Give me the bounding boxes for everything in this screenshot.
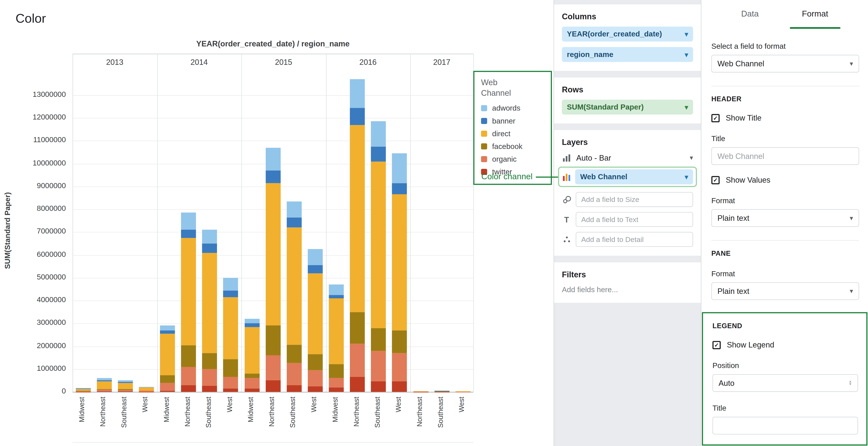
bar-segment-banner[interactable]	[223, 290, 239, 297]
legend-item-facebook[interactable]: facebook	[481, 142, 544, 151]
bar-segment-organic[interactable]	[371, 351, 386, 382]
bar-segment-adwords[interactable]	[97, 378, 112, 380]
show-values-checkbox[interactable]: ✓	[711, 176, 720, 184]
bar-2015-West[interactable]	[308, 249, 323, 392]
bar-segment-twitter[interactable]	[118, 391, 133, 392]
chevron-down-icon[interactable]: ▾	[685, 51, 688, 59]
bar-segment-banner[interactable]	[287, 217, 302, 228]
bar-segment-twitter[interactable]	[97, 391, 112, 392]
header-title-input[interactable]	[711, 147, 859, 165]
bar-2014-Southeast[interactable]	[202, 230, 217, 392]
pane-format-select[interactable]: Plain text ▾	[711, 282, 859, 300]
text-field-dropzone[interactable]: Add a field to Text	[576, 212, 693, 227]
bar-2014-West[interactable]	[223, 278, 239, 392]
bar-segment-twitter[interactable]	[223, 388, 239, 392]
legend-item-organic[interactable]: organic	[481, 155, 544, 163]
bar-segment-facebook[interactable]	[392, 330, 407, 353]
bar-segment-facebook[interactable]	[266, 326, 281, 355]
bar-segment-direct[interactable]	[97, 381, 112, 389]
bar-segment-twitter[interactable]	[287, 385, 302, 392]
chevron-down-icon[interactable]: ▾	[685, 30, 688, 38]
legend-item-adwords[interactable]: adwords	[481, 104, 544, 112]
bar-segment-direct[interactable]	[350, 125, 365, 312]
bar-segment-banner[interactable]	[371, 147, 386, 161]
filters-dropzone[interactable]: Add fields here...	[562, 286, 693, 294]
bar-2013-Midwest[interactable]	[76, 388, 91, 392]
bar-2017-Southeast[interactable]	[434, 391, 449, 392]
bar-segment-direct[interactable]	[266, 183, 281, 326]
bar-2013-West[interactable]	[139, 387, 154, 392]
bar-segment-banner[interactable]	[244, 323, 259, 327]
bar-segment-twitter[interactable]	[139, 391, 154, 392]
bar-segment-adwords[interactable]	[392, 153, 407, 183]
chevron-down-icon[interactable]: ▾	[685, 103, 688, 111]
pill-region-name[interactable]: region_name ▾	[562, 47, 693, 62]
bar-segment-twitter[interactable]	[244, 388, 259, 392]
bar-segment-facebook[interactable]	[287, 345, 302, 363]
bar-segment-banner[interactable]	[202, 244, 217, 253]
bar-segment-facebook[interactable]	[329, 364, 344, 378]
bar-segment-twitter[interactable]	[308, 386, 323, 392]
tab-format[interactable]: Format	[790, 0, 840, 29]
bar-2016-West[interactable]	[392, 153, 407, 392]
bar-segment-adwords[interactable]	[181, 213, 196, 230]
layer-type-selector[interactable]: Auto - Bar ▾	[562, 153, 693, 162]
legend-item-direct[interactable]: direct	[481, 129, 544, 138]
bar-segment-adwords[interactable]	[308, 249, 323, 265]
bar-segment-organic[interactable]	[266, 355, 281, 380]
bar-segment-organic[interactable]	[181, 367, 196, 385]
tab-data[interactable]: Data	[729, 0, 771, 29]
bar-segment-twitter[interactable]	[392, 382, 407, 392]
bar-2014-Northeast[interactable]	[181, 213, 196, 392]
bar-segment-organic[interactable]	[160, 383, 175, 390]
bar-segment-organic[interactable]	[350, 344, 365, 377]
bar-segment-adwords[interactable]	[223, 278, 239, 290]
field-to-format-select[interactable]: Web Channel ▾	[711, 55, 859, 73]
chevron-down-icon[interactable]: ▾	[690, 154, 693, 162]
bar-2013-Southeast[interactable]	[118, 381, 133, 392]
bar-segment-facebook[interactable]	[350, 312, 365, 344]
bar-segment-adwords[interactable]	[160, 325, 175, 330]
chevron-down-icon[interactable]: ▾	[685, 173, 688, 181]
bar-segment-adwords[interactable]	[244, 319, 259, 323]
bar-segment-adwords[interactable]	[329, 285, 344, 295]
bar-segment-banner[interactable]	[266, 170, 281, 183]
bar-segment-twitter[interactable]	[181, 385, 196, 392]
bar-segment-banner[interactable]	[329, 295, 344, 298]
bar-segment-facebook[interactable]	[308, 354, 323, 370]
bar-2015-Midwest[interactable]	[244, 319, 259, 392]
bar-segment-adwords[interactable]	[287, 201, 302, 217]
bar-segment-direct[interactable]	[329, 298, 344, 364]
bar-segment-direct[interactable]	[308, 273, 323, 354]
bar-2013-Northeast[interactable]	[97, 378, 112, 392]
bar-segment-direct[interactable]	[202, 253, 217, 353]
bar-segment-adwords[interactable]	[118, 381, 133, 382]
bar-2014-Midwest[interactable]	[160, 325, 175, 392]
bar-segment-banner[interactable]	[350, 108, 365, 125]
bar-segment-organic[interactable]	[287, 363, 302, 385]
bar-segment-twitter[interactable]	[160, 390, 175, 392]
legend-title-input[interactable]	[712, 417, 858, 435]
bar-segment-direct[interactable]	[371, 161, 386, 328]
bar-segment-facebook[interactable]	[223, 359, 239, 377]
bar-segment-twitter[interactable]	[371, 382, 386, 392]
bar-segment-organic[interactable]	[308, 370, 323, 386]
show-legend-checkbox[interactable]: ✓	[712, 341, 721, 349]
bar-segment-organic[interactable]	[392, 353, 407, 382]
bar-2016-Southeast[interactable]	[371, 121, 386, 392]
bar-2015-Northeast[interactable]	[266, 148, 281, 392]
detail-field-dropzone[interactable]: Add a field to Detail	[576, 232, 693, 247]
bar-segment-adwords[interactable]	[350, 79, 365, 108]
bar-segment-facebook[interactable]	[244, 374, 259, 378]
legend-item-banner[interactable]: banner	[481, 117, 544, 125]
pill-year-order-created-date[interactable]: YEAR(order_created_date) ▾	[562, 27, 693, 41]
bar-segment-direct[interactable]	[223, 297, 239, 359]
bar-segment-adwords[interactable]	[202, 230, 217, 244]
bar-segment-direct[interactable]	[181, 238, 196, 346]
bar-segment-direct[interactable]	[160, 334, 175, 375]
bar-segment-banner[interactable]	[160, 330, 175, 334]
bar-segment-organic[interactable]	[223, 377, 239, 388]
bar-segment-organic[interactable]	[244, 378, 259, 388]
bar-segment-banner[interactable]	[308, 265, 323, 273]
bar-2017-Northeast[interactable]	[413, 391, 428, 392]
